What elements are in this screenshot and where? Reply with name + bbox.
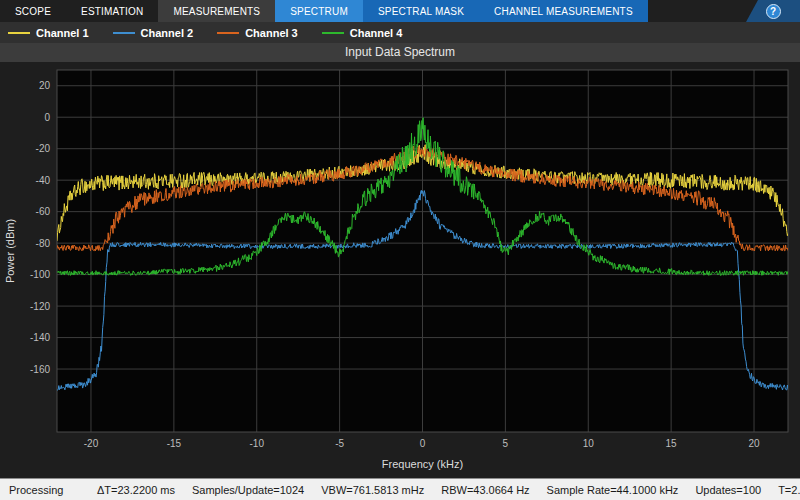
x-tick-label: -10 bbox=[250, 438, 265, 449]
y-tick-label: -160 bbox=[30, 364, 50, 375]
legend-label: Channel 2 bbox=[141, 27, 194, 39]
x-axis-label: Frequency (kHz) bbox=[382, 458, 463, 470]
x-tick-label: -15 bbox=[167, 438, 182, 449]
chart-title: Input Data Spectrum bbox=[0, 43, 800, 62]
legend-label: Channel 4 bbox=[350, 27, 403, 39]
spectrum-plot[interactable]: -20-15-10-505101520200-20-40-60-80-100-1… bbox=[0, 62, 800, 478]
status-state: Processing bbox=[0, 484, 97, 496]
tab-measurements[interactable]: MEASUREMENTS bbox=[158, 0, 275, 22]
status-item: RBW=43.0664 Hz bbox=[441, 484, 529, 496]
y-tick-label: -80 bbox=[36, 238, 51, 249]
status-bar: Processing ΔT=23.2200 msSamples/Update=1… bbox=[0, 478, 800, 500]
y-tick-label: -20 bbox=[36, 143, 51, 154]
legend-swatch-channel-3 bbox=[217, 32, 239, 34]
help-ribbon: ? bbox=[746, 0, 800, 22]
legend-swatch-channel-4 bbox=[322, 32, 344, 34]
legend-item-channel-2[interactable]: Channel 2 bbox=[113, 27, 194, 39]
tab-spectrum[interactable]: SPECTRUM bbox=[275, 0, 363, 22]
y-tick-label: -140 bbox=[30, 332, 50, 343]
y-tick-label: 0 bbox=[44, 112, 50, 123]
x-tick-label: 20 bbox=[748, 438, 760, 449]
status-item: Samples/Update=1024 bbox=[192, 484, 304, 496]
tab-scope[interactable]: SCOPE bbox=[0, 0, 66, 22]
status-item: VBW=761.5813 mHz bbox=[321, 484, 424, 496]
status-item: Updates=100 bbox=[695, 484, 761, 496]
y-axis-label: Power (dBm) bbox=[4, 219, 16, 283]
x-tick-label: 0 bbox=[420, 438, 426, 449]
x-tick-label: -20 bbox=[84, 438, 99, 449]
status-item: Sample Rate=44.1000 kHz bbox=[547, 484, 679, 496]
y-tick-label: 20 bbox=[39, 80, 51, 91]
tab-spectral-mask[interactable]: SPECTRAL MASK bbox=[363, 0, 479, 22]
legend-label: Channel 3 bbox=[245, 27, 298, 39]
tabbar-spacer bbox=[648, 0, 746, 22]
help-button[interactable]: ? bbox=[766, 4, 781, 19]
y-tick-label: -60 bbox=[36, 206, 51, 217]
legend-item-channel-3[interactable]: Channel 3 bbox=[217, 27, 298, 39]
legend-swatch-channel-2 bbox=[113, 32, 135, 34]
legend-item-channel-4[interactable]: Channel 4 bbox=[322, 27, 403, 39]
x-tick-label: 10 bbox=[583, 438, 595, 449]
tab-estimation[interactable]: ESTIMATION bbox=[66, 0, 158, 22]
tab-channel-measurements[interactable]: CHANNEL MEASUREMENTS bbox=[479, 0, 648, 22]
toolstrip-tabbar: SCOPEESTIMATIONMEASUREMENTSSPECTRUMSPECT… bbox=[0, 0, 800, 22]
y-tick-label: -40 bbox=[36, 175, 51, 186]
legend-bar: Channel 1Channel 2Channel 3Channel 4 bbox=[0, 22, 800, 43]
chart-panel: Input Data Spectrum -20-15-10-5051015202… bbox=[0, 43, 800, 478]
spectrum-analyzer-window: SCOPEESTIMATIONMEASUREMENTSSPECTRUMSPECT… bbox=[0, 0, 800, 500]
x-tick-label: 15 bbox=[666, 438, 678, 449]
x-tick-label: -5 bbox=[335, 438, 344, 449]
x-tick-label: 5 bbox=[503, 438, 509, 449]
legend-label: Channel 1 bbox=[36, 27, 89, 39]
status-item: ΔT=23.2200 ms bbox=[97, 484, 175, 496]
y-tick-label: -120 bbox=[30, 301, 50, 312]
legend-item-channel-1[interactable]: Channel 1 bbox=[8, 27, 89, 39]
y-tick-label: -100 bbox=[30, 269, 50, 280]
status-item: T=2.3 bbox=[778, 484, 800, 496]
legend-swatch-channel-1 bbox=[8, 32, 30, 34]
